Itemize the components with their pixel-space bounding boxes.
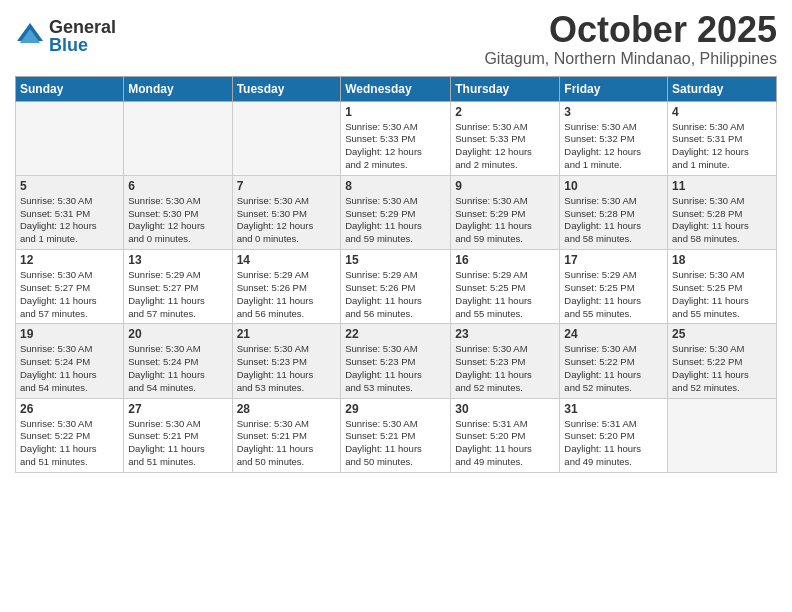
column-header-sunday: Sunday bbox=[16, 76, 124, 101]
day-info: Sunrise: 5:31 AMSunset: 5:20 PMDaylight:… bbox=[455, 418, 555, 469]
day-number: 24 bbox=[564, 327, 663, 341]
day-info: Sunrise: 5:29 AMSunset: 5:26 PMDaylight:… bbox=[237, 269, 337, 320]
day-number: 20 bbox=[128, 327, 227, 341]
day-info: Sunrise: 5:29 AMSunset: 5:25 PMDaylight:… bbox=[455, 269, 555, 320]
calendar-cell bbox=[232, 101, 341, 175]
day-number: 29 bbox=[345, 402, 446, 416]
calendar-cell: 17Sunrise: 5:29 AMSunset: 5:25 PMDayligh… bbox=[560, 250, 668, 324]
day-info: Sunrise: 5:30 AMSunset: 5:23 PMDaylight:… bbox=[345, 343, 446, 394]
location-title: Gitagum, Northern Mindanao, Philippines bbox=[484, 50, 777, 68]
day-number: 22 bbox=[345, 327, 446, 341]
day-info: Sunrise: 5:30 AMSunset: 5:25 PMDaylight:… bbox=[672, 269, 772, 320]
calendar-cell: 5Sunrise: 5:30 AMSunset: 5:31 PMDaylight… bbox=[16, 175, 124, 249]
day-number: 16 bbox=[455, 253, 555, 267]
calendar-cell: 3Sunrise: 5:30 AMSunset: 5:32 PMDaylight… bbox=[560, 101, 668, 175]
day-info: Sunrise: 5:30 AMSunset: 5:24 PMDaylight:… bbox=[20, 343, 119, 394]
day-number: 4 bbox=[672, 105, 772, 119]
day-number: 15 bbox=[345, 253, 446, 267]
calendar-cell: 27Sunrise: 5:30 AMSunset: 5:21 PMDayligh… bbox=[124, 398, 232, 472]
calendar-cell: 14Sunrise: 5:29 AMSunset: 5:26 PMDayligh… bbox=[232, 250, 341, 324]
day-number: 10 bbox=[564, 179, 663, 193]
day-number: 28 bbox=[237, 402, 337, 416]
calendar-cell: 25Sunrise: 5:30 AMSunset: 5:22 PMDayligh… bbox=[668, 324, 777, 398]
day-info: Sunrise: 5:30 AMSunset: 5:23 PMDaylight:… bbox=[237, 343, 337, 394]
day-number: 26 bbox=[20, 402, 119, 416]
day-number: 11 bbox=[672, 179, 772, 193]
calendar-cell: 2Sunrise: 5:30 AMSunset: 5:33 PMDaylight… bbox=[451, 101, 560, 175]
week-row-4: 19Sunrise: 5:30 AMSunset: 5:24 PMDayligh… bbox=[16, 324, 777, 398]
day-number: 12 bbox=[20, 253, 119, 267]
title-block: October 2025 Gitagum, Northern Mindanao,… bbox=[484, 10, 777, 68]
calendar-cell: 24Sunrise: 5:30 AMSunset: 5:22 PMDayligh… bbox=[560, 324, 668, 398]
day-info: Sunrise: 5:30 AMSunset: 5:31 PMDaylight:… bbox=[672, 121, 772, 172]
calendar-cell: 26Sunrise: 5:30 AMSunset: 5:22 PMDayligh… bbox=[16, 398, 124, 472]
calendar-cell: 1Sunrise: 5:30 AMSunset: 5:33 PMDaylight… bbox=[341, 101, 451, 175]
calendar-cell: 19Sunrise: 5:30 AMSunset: 5:24 PMDayligh… bbox=[16, 324, 124, 398]
day-number: 31 bbox=[564, 402, 663, 416]
calendar-cell bbox=[668, 398, 777, 472]
calendar-cell: 7Sunrise: 5:30 AMSunset: 5:30 PMDaylight… bbox=[232, 175, 341, 249]
calendar-cell: 30Sunrise: 5:31 AMSunset: 5:20 PMDayligh… bbox=[451, 398, 560, 472]
day-number: 14 bbox=[237, 253, 337, 267]
day-number: 27 bbox=[128, 402, 227, 416]
calendar-cell: 9Sunrise: 5:30 AMSunset: 5:29 PMDaylight… bbox=[451, 175, 560, 249]
calendar-cell bbox=[124, 101, 232, 175]
day-number: 25 bbox=[672, 327, 772, 341]
page-header: General Blue October 2025 Gitagum, North… bbox=[15, 10, 777, 68]
day-number: 18 bbox=[672, 253, 772, 267]
calendar-cell: 11Sunrise: 5:30 AMSunset: 5:28 PMDayligh… bbox=[668, 175, 777, 249]
day-info: Sunrise: 5:30 AMSunset: 5:32 PMDaylight:… bbox=[564, 121, 663, 172]
column-header-saturday: Saturday bbox=[668, 76, 777, 101]
day-info: Sunrise: 5:30 AMSunset: 5:33 PMDaylight:… bbox=[455, 121, 555, 172]
day-number: 2 bbox=[455, 105, 555, 119]
day-info: Sunrise: 5:30 AMSunset: 5:28 PMDaylight:… bbox=[564, 195, 663, 246]
calendar-cell: 15Sunrise: 5:29 AMSunset: 5:26 PMDayligh… bbox=[341, 250, 451, 324]
month-title: October 2025 bbox=[484, 10, 777, 50]
day-info: Sunrise: 5:31 AMSunset: 5:20 PMDaylight:… bbox=[564, 418, 663, 469]
day-info: Sunrise: 5:30 AMSunset: 5:28 PMDaylight:… bbox=[672, 195, 772, 246]
logo: General Blue bbox=[15, 18, 116, 54]
day-info: Sunrise: 5:30 AMSunset: 5:33 PMDaylight:… bbox=[345, 121, 446, 172]
day-number: 6 bbox=[128, 179, 227, 193]
calendar: SundayMondayTuesdayWednesdayThursdayFrid… bbox=[15, 76, 777, 473]
day-number: 23 bbox=[455, 327, 555, 341]
column-header-wednesday: Wednesday bbox=[341, 76, 451, 101]
calendar-cell: 6Sunrise: 5:30 AMSunset: 5:30 PMDaylight… bbox=[124, 175, 232, 249]
day-info: Sunrise: 5:30 AMSunset: 5:27 PMDaylight:… bbox=[20, 269, 119, 320]
day-info: Sunrise: 5:29 AMSunset: 5:25 PMDaylight:… bbox=[564, 269, 663, 320]
calendar-cell: 4Sunrise: 5:30 AMSunset: 5:31 PMDaylight… bbox=[668, 101, 777, 175]
calendar-cell bbox=[16, 101, 124, 175]
day-info: Sunrise: 5:30 AMSunset: 5:30 PMDaylight:… bbox=[128, 195, 227, 246]
day-info: Sunrise: 5:30 AMSunset: 5:22 PMDaylight:… bbox=[20, 418, 119, 469]
day-number: 19 bbox=[20, 327, 119, 341]
calendar-cell: 21Sunrise: 5:30 AMSunset: 5:23 PMDayligh… bbox=[232, 324, 341, 398]
day-info: Sunrise: 5:30 AMSunset: 5:24 PMDaylight:… bbox=[128, 343, 227, 394]
calendar-cell: 12Sunrise: 5:30 AMSunset: 5:27 PMDayligh… bbox=[16, 250, 124, 324]
day-info: Sunrise: 5:30 AMSunset: 5:30 PMDaylight:… bbox=[237, 195, 337, 246]
day-number: 21 bbox=[237, 327, 337, 341]
logo-text: General Blue bbox=[49, 18, 116, 54]
logo-icon bbox=[15, 21, 45, 51]
calendar-cell: 16Sunrise: 5:29 AMSunset: 5:25 PMDayligh… bbox=[451, 250, 560, 324]
day-number: 1 bbox=[345, 105, 446, 119]
day-info: Sunrise: 5:30 AMSunset: 5:21 PMDaylight:… bbox=[345, 418, 446, 469]
column-header-monday: Monday bbox=[124, 76, 232, 101]
week-row-2: 5Sunrise: 5:30 AMSunset: 5:31 PMDaylight… bbox=[16, 175, 777, 249]
day-info: Sunrise: 5:30 AMSunset: 5:29 PMDaylight:… bbox=[455, 195, 555, 246]
day-number: 30 bbox=[455, 402, 555, 416]
week-row-3: 12Sunrise: 5:30 AMSunset: 5:27 PMDayligh… bbox=[16, 250, 777, 324]
calendar-cell: 22Sunrise: 5:30 AMSunset: 5:23 PMDayligh… bbox=[341, 324, 451, 398]
calendar-header-row: SundayMondayTuesdayWednesdayThursdayFrid… bbox=[16, 76, 777, 101]
week-row-1: 1Sunrise: 5:30 AMSunset: 5:33 PMDaylight… bbox=[16, 101, 777, 175]
logo-blue: Blue bbox=[49, 36, 116, 54]
day-info: Sunrise: 5:30 AMSunset: 5:22 PMDaylight:… bbox=[672, 343, 772, 394]
calendar-cell: 8Sunrise: 5:30 AMSunset: 5:29 PMDaylight… bbox=[341, 175, 451, 249]
day-number: 8 bbox=[345, 179, 446, 193]
day-number: 9 bbox=[455, 179, 555, 193]
calendar-cell: 13Sunrise: 5:29 AMSunset: 5:27 PMDayligh… bbox=[124, 250, 232, 324]
day-number: 17 bbox=[564, 253, 663, 267]
logo-general: General bbox=[49, 18, 116, 36]
day-number: 7 bbox=[237, 179, 337, 193]
day-info: Sunrise: 5:30 AMSunset: 5:31 PMDaylight:… bbox=[20, 195, 119, 246]
day-info: Sunrise: 5:30 AMSunset: 5:29 PMDaylight:… bbox=[345, 195, 446, 246]
